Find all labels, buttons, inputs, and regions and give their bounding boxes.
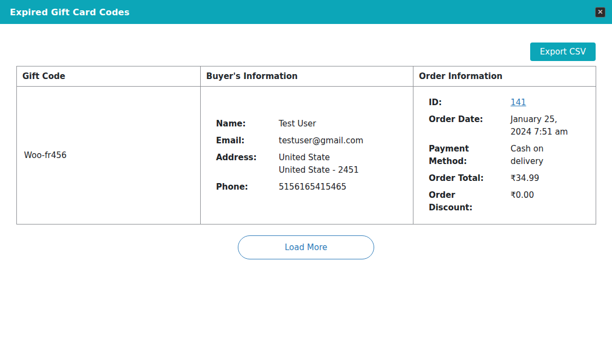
buyer-phone-row: Phone: 5156165415465 [216, 181, 409, 193]
load-more-button[interactable]: Load More [238, 235, 374, 259]
payment-method-row: Payment Method: Cash on delivery [429, 143, 591, 168]
close-icon: ✕ [597, 9, 603, 15]
order-date-label: Order Date: [429, 113, 493, 126]
order-discount-label: Order Discount: [429, 189, 493, 214]
order-id-label: ID: [429, 96, 493, 109]
table-header-row: Gift Code Buyer's Information Order Info… [17, 66, 596, 87]
export-csv-button[interactable]: Export CSV [530, 43, 596, 61]
payment-method-label: Payment Method: [429, 143, 493, 168]
buyer-address-row: Address: United State United State - 245… [216, 151, 409, 177]
buyer-phone-value: 5156165415465 [279, 181, 407, 193]
modal-header: Expired Gift Card Codes ✕ [0, 0, 612, 24]
order-info-cell: ID: 141 Order Date: January 25, 2024 7:5… [413, 87, 596, 225]
buyer-email-value: testuser@gmail.com [279, 135, 407, 147]
order-date-value: January 25, 2024 7:51 am [511, 113, 572, 138]
buyer-name-value: Test User [279, 118, 407, 130]
column-header-gift-code: Gift Code [17, 66, 201, 87]
expired-gift-card-modal: Expired Gift Card Codes ✕ Export CSV Gif… [0, 0, 612, 259]
modal-body: Export CSV Gift Code Buyer's Information… [0, 43, 612, 259]
buyer-address-value: United State United State - 2451 [279, 151, 407, 177]
gift-code-value: Woo-fr456 [24, 150, 67, 160]
buyer-phone-label: Phone: [216, 181, 265, 193]
close-button[interactable]: ✕ [595, 7, 605, 17]
gift-code-cell: Woo-fr456 [17, 87, 201, 225]
order-total-label: Order Total: [429, 172, 493, 185]
column-header-buyer-information: Buyer's Information [201, 66, 413, 87]
order-id-row: ID: 141 [429, 96, 591, 109]
modal-title: Expired Gift Card Codes [10, 7, 595, 17]
order-total-row: Order Total: ₹34.99 [429, 172, 591, 185]
gift-card-table: Gift Code Buyer's Information Order Info… [16, 66, 596, 225]
buyer-address-line1: United State [279, 151, 407, 164]
buyer-address-label: Address: [216, 151, 265, 164]
table-row: Woo-fr456 Name: Test User Email: testuse… [17, 87, 596, 225]
buyer-email-row: Email: testuser@gmail.com [216, 135, 409, 147]
buyer-info-cell: Name: Test User Email: testuser@gmail.co… [201, 87, 413, 225]
buyer-name-row: Name: Test User [216, 118, 409, 130]
buyer-address-line2: United State - 2451 [279, 164, 407, 177]
column-header-order-information: Order Information [413, 66, 596, 87]
buyer-email-label: Email: [216, 135, 265, 147]
payment-method-value: Cash on delivery [511, 143, 572, 168]
order-id-link[interactable]: 141 [511, 98, 526, 107]
order-discount-value: ₹0.00 [511, 189, 572, 202]
order-date-row: Order Date: January 25, 2024 7:51 am [429, 113, 591, 138]
buyer-name-label: Name: [216, 118, 265, 130]
order-discount-row: Order Discount: ₹0.00 [429, 189, 591, 214]
load-more-container: Load More [16, 235, 596, 259]
order-total-value: ₹34.99 [511, 172, 572, 185]
toolbar: Export CSV [16, 43, 596, 61]
